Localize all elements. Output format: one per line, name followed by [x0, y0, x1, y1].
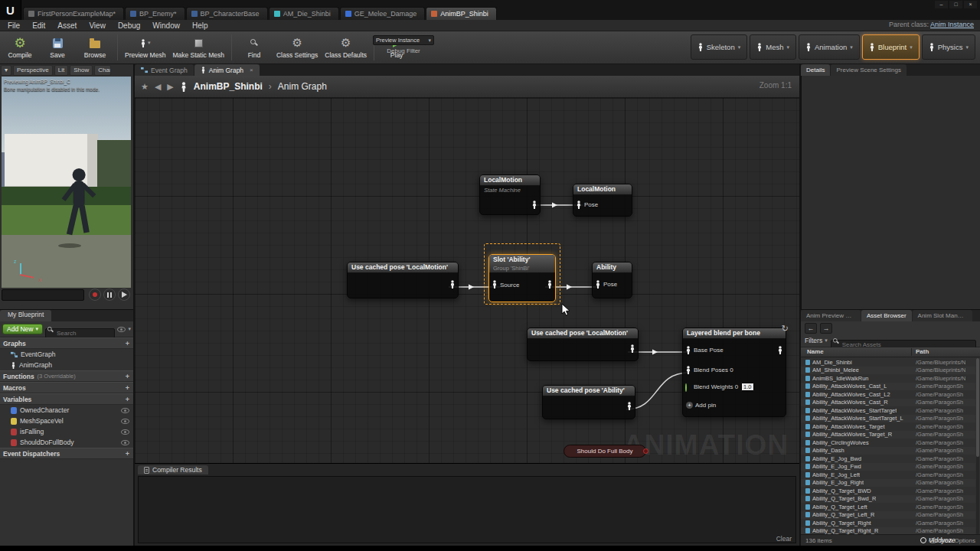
node-should-do-full-body[interactable]: Should Do Full Body	[564, 445, 646, 458]
variable-visibility-icon[interactable]	[121, 419, 129, 424]
back-arrow-icon[interactable]: ←	[805, 323, 817, 334]
viewport-3d-scene[interactable]: Previewing AnimBP_Shinbi_C Bone manipula…	[2, 77, 131, 288]
menu-debug[interactable]: Debug	[118, 21, 140, 30]
parent-class-link[interactable]: Anim Instance	[930, 21, 974, 28]
asset-row[interactable]: Ability_AttackWolves_Target/Game/Paragon…	[801, 422, 975, 431]
class-defaults-button[interactable]: ⚙ Class Defaults	[325, 32, 367, 63]
asset-row[interactable]: Ability_AttackWolves_Cast_R/Game/Paragon…	[801, 399, 975, 407]
mode-blueprint-button[interactable]: Blueprint ▾	[862, 34, 920, 60]
character-button[interactable]: Character	[94, 65, 111, 76]
anim-graph-tab[interactable]: Anim Graph ×	[194, 64, 260, 76]
asset-row[interactable]: AM_Die_Shinbi/Game/Blueprints/N	[801, 358, 975, 367]
back-arrow-icon[interactable]: ◀	[155, 82, 161, 92]
animgraph-item[interactable]: AnimGraph	[0, 360, 133, 370]
doc-tab-animbp-shinbi[interactable]: AnimBP_Shinbi	[426, 7, 497, 20]
minimize-button[interactable]: –	[935, 1, 948, 8]
play-forward-button[interactable]	[118, 289, 130, 301]
variable-visibility-icon[interactable]	[121, 408, 129, 413]
variable-meshspacevel[interactable]: MeshSpaceVel	[0, 416, 133, 426]
node-use-cached-pose-localmotion-1[interactable]: Use cached pose 'LocalMotion'	[347, 262, 459, 298]
asset-row[interactable]: Ability_E_Jog_Left/Game/ParagonSh	[801, 471, 975, 479]
variables-section-header[interactable]: Variables +	[0, 393, 133, 405]
pose-input-pin[interactable]	[595, 280, 601, 290]
blueprint-search-input[interactable]	[45, 328, 115, 338]
asset-row[interactable]: Ability_AttackWolves_Cast_L/Game/Paragon…	[801, 383, 975, 391]
my-blueprint-tab[interactable]: My Blueprint	[0, 310, 51, 321]
pose-output-pin[interactable]	[449, 280, 456, 290]
doc-tab-ge-melee-damage[interactable]: GE_Melee_Damage	[340, 7, 426, 20]
details-tab[interactable]: Details	[801, 64, 830, 76]
node-use-cached-pose-ability[interactable]: Use cached pose 'Ability'	[542, 385, 635, 419]
compiler-results-tab[interactable]: Compiler Results	[138, 465, 208, 474]
doc-tab-am-die-shinbi[interactable]: AM_Die_Shinbi	[269, 7, 339, 20]
graphs-section-header[interactable]: Graphs +	[0, 337, 133, 349]
asset-row[interactable]: Ability_AttackWolves_Target_R/Game/Parag…	[801, 431, 975, 439]
asset-row[interactable]: Ability_AttackWolves_StartTarget_L/Game/…	[801, 415, 975, 423]
asset-row[interactable]: Ability_CirclingWolves/Game/ParagonSh	[801, 439, 975, 447]
record-button[interactable]	[89, 289, 101, 301]
bool-output-pin[interactable]	[643, 448, 648, 454]
asset-row[interactable]: Ability_Q_Target_Right_R/Game/ParagonSh	[801, 527, 975, 535]
blend-weight-value[interactable]: 1.0	[741, 383, 753, 391]
event-dispatchers-section-header[interactable]: Event Dispatchers +	[0, 448, 133, 459]
make-static-mesh-button[interactable]: Make Static Mesh	[172, 32, 224, 63]
asset-row[interactable]: Ability_Dash/Game/ParagonSh	[801, 447, 975, 455]
event-graph-tab[interactable]: Event Graph	[135, 64, 194, 76]
variable-ownedcharacter[interactable]: OwnedCharacter	[0, 405, 133, 416]
asset-row[interactable]: Ability_AttackWolves_Cast_L2/Game/Parago…	[801, 390, 975, 399]
bookmark-icon[interactable]: ★	[141, 82, 149, 92]
base-pose-input-pin[interactable]	[685, 346, 691, 356]
breadcrumb-root[interactable]: AnimBP_Shinbi	[194, 81, 263, 92]
asset-row[interactable]: Ability_Q_Target_Left_R/Game/ParagonSh	[801, 511, 975, 520]
name-column-header[interactable]: Name	[807, 348, 824, 355]
asset-row[interactable]: AnimBS_IdleWalkRun/Game/Blueprints/N	[801, 374, 975, 383]
doc-tab-bp-enemy[interactable]: BP_Enemy*	[125, 7, 185, 20]
save-button[interactable]: Save	[42, 32, 73, 63]
path-column-header[interactable]: Path	[916, 348, 929, 355]
blend-poses-input-pin[interactable]	[685, 366, 691, 376]
asset-row[interactable]: Ability_AttackWolves_StartTarget/Game/Pa…	[801, 406, 975, 415]
anim-graph-canvas[interactable]: ANIMATION LocalMotion State Machine Loca…	[135, 98, 799, 463]
column-divider[interactable]	[911, 348, 912, 356]
compile-button[interactable]: ⚙ Compile	[5, 32, 35, 63]
preview-mesh-button[interactable]: ▾ Preview Mesh	[125, 32, 165, 63]
pose-input-pin[interactable]	[576, 201, 582, 210]
scrollbar-thumb[interactable]	[976, 358, 979, 457]
pose-output-pin[interactable]	[626, 402, 632, 412]
menu-asset[interactable]: Asset	[57, 21, 77, 30]
asset-row[interactable]: Ability_Q_Target_Left/Game/ParagonSh	[801, 503, 975, 511]
add-pin-label[interactable]: Add pin	[695, 402, 716, 409]
show-button[interactable]: Show	[70, 65, 93, 76]
close-button[interactable]: ×	[964, 1, 977, 8]
blend-weights-input-pin[interactable]	[685, 384, 687, 391]
variable-shoulddofullbody[interactable]: ShouldDoFullBody	[0, 437, 133, 448]
asset-row[interactable]: AM_Shinbi_Melee/Game/Blueprints/N	[801, 367, 975, 375]
add-event-dispatcher-button[interactable]: +	[126, 450, 129, 458]
forward-arrow-icon[interactable]: ▶	[167, 82, 173, 92]
mode-animation-button[interactable]: Animation ▾	[799, 34, 860, 60]
menu-help[interactable]: Help	[192, 21, 208, 30]
breadcrumb-current[interactable]: Anim Graph	[278, 81, 327, 92]
add-pin-icon[interactable]: +	[686, 402, 693, 409]
mode-skeleton-button[interactable]: Skeleton ▾	[691, 34, 748, 60]
add-macro-button[interactable]: +	[126, 384, 129, 392]
asset-row[interactable]: Ability_E_Jog_Fwd/Game/ParagonSh	[801, 463, 975, 471]
node-save-cached-pose-ability[interactable]: Ability Pose	[592, 262, 632, 298]
add-function-button[interactable]: +	[126, 373, 129, 380]
doc-tab-bp-characterbase[interactable]: BP_CharacterBase	[186, 7, 268, 20]
timeline-scrub-bar[interactable]	[2, 289, 84, 301]
eventgraph-item[interactable]: EventGraph	[0, 349, 133, 360]
asset-row[interactable]: Ability_Q_Target_BWD/Game/ParagonSh	[801, 487, 975, 495]
node-layered-blend-per-bone[interactable]: Layered blend per bone ↻ Base Pose Blend…	[682, 328, 786, 417]
preview-instance-dropdown[interactable]: Preview Instance ▾	[373, 35, 434, 45]
functions-section-header[interactable]: Functions (3 Overridable) +	[0, 370, 133, 382]
close-tab-icon[interactable]: ×	[250, 67, 253, 73]
asset-row[interactable]: Ability_Q_Target_Bwd_R/Game/ParagonSh	[801, 495, 975, 504]
lit-button[interactable]: Lit	[54, 65, 68, 76]
node-slot-ability[interactable]: Slot 'Ability' Group 'ShinBi' Source	[488, 254, 556, 302]
menu-file[interactable]: File	[8, 21, 20, 30]
mode-mesh-button[interactable]: Mesh ▾	[750, 34, 796, 60]
pose-output-pin[interactable]	[531, 198, 537, 212]
menu-view[interactable]: View	[89, 21, 106, 30]
anim-slot-manager-tab[interactable]: Anim Slot Manager	[913, 310, 972, 321]
